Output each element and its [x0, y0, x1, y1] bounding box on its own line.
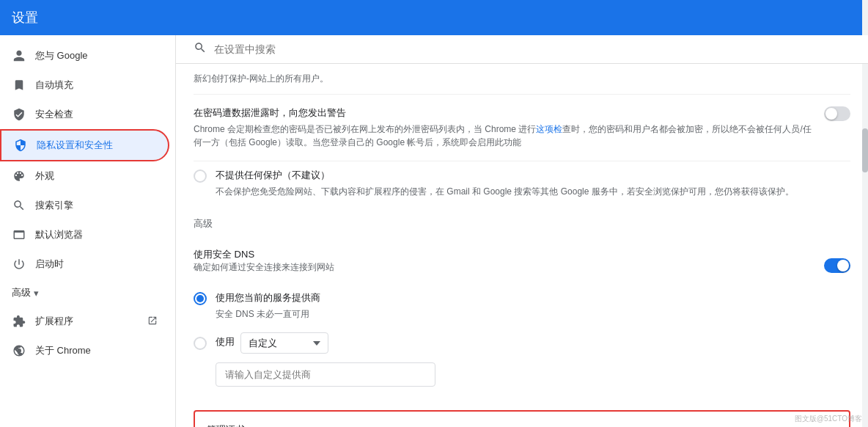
dns-radio1-label: 使用您当前的服务提供商	[216, 291, 320, 304]
search-icon	[12, 198, 26, 213]
search-bar	[176, 35, 868, 64]
sidebar: 您与 Google 自动填充 安全检查 隐私设置和安全性 外观	[0, 35, 176, 427]
secure-dns-title: 使用安全 DNS	[194, 248, 334, 261]
no-protection-row: 不提供任何保护（不建议） 不会保护您免受危险网站、下载内容和扩展程序的侵害，在 …	[194, 161, 850, 205]
password-warning-content: 在密码遭数据泄露时，向您发出警告 Chrome 会定期检查您的密码是否已被列在网…	[194, 106, 812, 149]
dns-custom-input[interactable]	[216, 362, 435, 387]
sidebar-item-label-google: 您与 Google	[35, 49, 88, 62]
secure-dns-text: 使用安全 DNS 确定如何通过安全连接来连接到网站	[194, 248, 334, 282]
sidebar-item-label-extensions: 扩展程序	[35, 315, 73, 328]
person-icon	[12, 48, 26, 63]
partial-top-text: 新幻创打保护-网站上的所有用户。	[194, 64, 850, 95]
sidebar-item-label-search: 搜索引擎	[35, 199, 73, 212]
dns-custom-dropdown[interactable]: 自定义	[240, 332, 328, 354]
content-inner: 新幻创打保护-网站上的所有用户。 在密码遭数据泄露时，向您发出警告 Chrome…	[176, 64, 868, 427]
sidebar-item-startup[interactable]: 启动时	[0, 249, 169, 279]
sidebar-item-label-autofill: 自动填充	[35, 79, 73, 92]
sidebar-item-label-safety: 安全检查	[35, 108, 73, 121]
secure-dns-toggle[interactable]	[824, 258, 850, 273]
search-input[interactable]	[214, 43, 850, 55]
dns-radio1-row: 使用您当前的服务提供商 安全 DNS 未必一直可用	[194, 285, 850, 326]
sidebar-item-label-about: 关于 Chrome	[35, 344, 91, 357]
scrollbar-track	[862, 35, 868, 427]
dns-radio1[interactable]	[194, 292, 207, 305]
sidebar-item-browser[interactable]: 默认浏览器	[0, 220, 169, 249]
sidebar-item-safety[interactable]: 安全检查	[0, 100, 169, 129]
search-bar-icon	[194, 41, 207, 57]
no-protection-desc: 不会保护您免受危险网站、下载内容和扩展程序的侵害，在 Gmail 和 Googl…	[216, 185, 850, 198]
manage-cert-title: 管理证书	[207, 423, 321, 427]
manage-cert-box[interactable]: 管理证书 管理 HTTPS/SSL 证书和设置	[194, 410, 850, 427]
password-warning-toggle[interactable]	[824, 106, 850, 121]
external-link-icon-extensions	[147, 315, 158, 328]
sidebar-item-label-browser: 默认浏览器	[35, 228, 83, 241]
dns-radio2[interactable]	[194, 337, 207, 350]
no-protection-radio[interactable]	[194, 169, 207, 183]
sidebar-advanced-section[interactable]: 高级 ▾	[0, 279, 175, 307]
chrome-icon	[12, 343, 26, 358]
main-layout: 您与 Google 自动填充 安全检查 隐私设置和安全性 外观	[0, 35, 868, 427]
puzzle-icon	[12, 314, 26, 329]
sidebar-item-search[interactable]: 搜索引擎	[0, 191, 169, 220]
watermark: 图文版@51CTO博客	[795, 414, 862, 424]
sidebar-item-google[interactable]: 您与 Google	[0, 41, 169, 70]
advanced-section-divider: 高级	[194, 205, 850, 236]
bookmark-icon	[12, 78, 26, 92]
dns-radio1-content: 使用您当前的服务提供商 安全 DNS 未必一直可用	[216, 291, 320, 321]
sidebar-item-label-startup: 启动时	[35, 258, 64, 271]
dns-radio1-sublabel: 安全 DNS 未必一直可用	[216, 307, 320, 321]
password-warning-desc: Chrome 会定期检查您的密码是否已被列在网上发布的外泄密码列表内，当 Chr…	[194, 123, 812, 149]
sidebar-item-privacy[interactable]: 隐私设置和安全性	[0, 129, 169, 161]
password-warning-control	[824, 106, 850, 121]
no-protection-content: 不提供任何保护（不建议） 不会保护您免受危险网站、下载内容和扩展程序的侵害，在 …	[216, 169, 850, 198]
sidebar-item-about[interactable]: 关于 Chrome	[0, 336, 169, 365]
dns-custom-input-row	[194, 360, 850, 387]
password-warning-title: 在密码遭数据泄露时，向您发出警告	[194, 106, 812, 120]
palette-icon	[12, 169, 26, 183]
password-warning-link[interactable]: 这项检	[536, 124, 562, 134]
sidebar-item-extensions[interactable]: 扩展程序	[0, 307, 169, 336]
advanced-section-label: 高级	[12, 286, 31, 299]
password-warning-row: 在密码遭数据泄露时，向您发出警告 Chrome 会定期检查您的密码是否已被列在网…	[194, 95, 850, 161]
sidebar-item-appearance[interactable]: 外观	[0, 161, 169, 191]
manage-cert-content: 管理证书 管理 HTTPS/SSL 证书和设置	[207, 423, 321, 427]
shield-check-icon	[12, 107, 26, 122]
secure-dns-desc: 确定如何通过安全连接来连接到网站	[194, 261, 334, 274]
secure-dns-title-row: 使用安全 DNS 确定如何通过安全连接来连接到网站	[194, 248, 850, 282]
app-header: 设置	[0, 0, 868, 35]
app-title: 设置	[12, 9, 38, 26]
sidebar-item-autofill[interactable]: 自动填充	[0, 70, 169, 100]
sidebar-item-label-appearance: 外观	[35, 169, 54, 183]
scrollbar-thumb[interactable]	[862, 128, 868, 172]
content-area: 新幻创打保护-网站上的所有用户。 在密码遭数据泄露时，向您发出警告 Chrome…	[176, 35, 868, 427]
dns-radio2-label: 使用	[216, 335, 235, 348]
chevron-down-icon: ▾	[34, 288, 39, 299]
secure-dns-section: 使用安全 DNS 确定如何通过安全连接来连接到网站 使用您当前的服务提供商 安全…	[194, 236, 850, 398]
shield-lock-icon	[13, 138, 28, 153]
power-icon	[12, 257, 26, 271]
sidebar-item-label-privacy: 隐私设置和安全性	[37, 139, 113, 152]
dns-radio2-row: 使用 自定义	[194, 326, 850, 360]
browser-icon	[12, 227, 26, 242]
no-protection-title: 不提供任何保护（不建议）	[216, 169, 850, 182]
